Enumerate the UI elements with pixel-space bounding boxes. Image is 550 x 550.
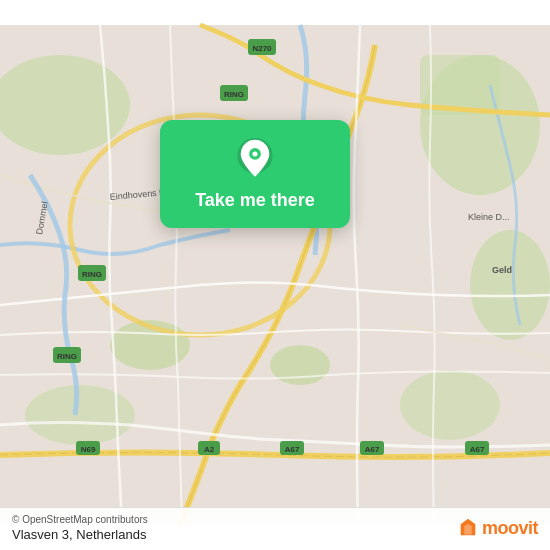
- moovit-text: moovit: [482, 518, 538, 539]
- svg-text:RING: RING: [57, 352, 77, 361]
- location-pin-icon: [234, 138, 276, 180]
- svg-text:RING: RING: [224, 90, 244, 99]
- svg-point-34: [252, 151, 257, 156]
- svg-point-8: [400, 370, 500, 440]
- popup-card[interactable]: Take me there: [160, 120, 350, 228]
- svg-text:A67: A67: [365, 445, 380, 454]
- svg-text:A67: A67: [470, 445, 485, 454]
- moovit-logo: moovit: [457, 517, 538, 539]
- svg-text:RING: RING: [82, 270, 102, 279]
- svg-text:N270: N270: [252, 44, 272, 53]
- svg-text:A67: A67: [285, 445, 300, 454]
- svg-text:N69: N69: [81, 445, 96, 454]
- take-me-there-label: Take me there: [195, 190, 315, 212]
- location-label: Vlasven 3, Netherlands: [12, 527, 148, 542]
- map-svg: N270 RING RING RING N69 A2 A67 A67 A67 E…: [0, 0, 550, 550]
- svg-point-3: [470, 230, 550, 340]
- attribution-text: © OpenStreetMap contributors: [12, 514, 148, 525]
- bottom-bar: © OpenStreetMap contributors Vlasven 3, …: [0, 507, 550, 550]
- moovit-icon: [457, 517, 479, 539]
- svg-text:A2: A2: [204, 445, 215, 454]
- map-container: N270 RING RING RING N69 A2 A67 A67 A67 E…: [0, 0, 550, 550]
- svg-text:Geld: Geld: [492, 265, 512, 275]
- svg-text:Kleine D...: Kleine D...: [468, 212, 510, 222]
